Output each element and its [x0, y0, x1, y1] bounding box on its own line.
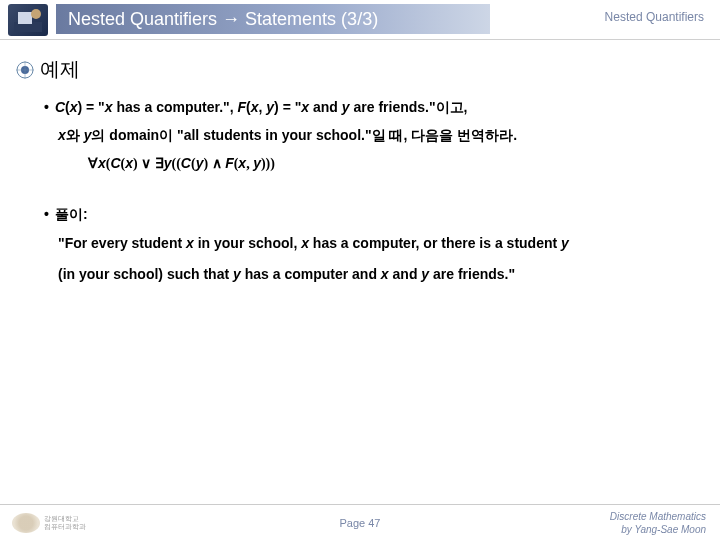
problem-statement: • C(x) = "x has a computer.", F(x, y) = …: [44, 93, 684, 172]
slide-header: Nested Quantifiers → Statements (3/3) Ne…: [0, 0, 720, 40]
svg-rect-1: [18, 12, 32, 24]
bullet-dot-icon: •: [44, 200, 49, 228]
section-label: Nested Quantifiers: [605, 10, 704, 24]
solution-label: 풀이:: [55, 200, 88, 228]
solution-text: "For every student x in your school, x h…: [58, 228, 684, 290]
slide-content: 예제 • C(x) = "x has a computer.", F(x, y)…: [0, 40, 720, 290]
slide-footer: 강원대학교컴퓨터과학과 Page 47 Discrete Mathematics…: [0, 504, 720, 540]
solution-block: • 풀이: "For every student x in your schoo…: [44, 200, 684, 290]
problem-line1: C(x) = "x has a computer.", F(x, y) = "x…: [55, 93, 468, 121]
svg-point-2: [31, 9, 41, 19]
header-logo-icon: [8, 4, 48, 36]
footer-credits: Discrete Mathematics by Yang-Sae Moon: [610, 510, 706, 536]
example-heading: 예제: [16, 56, 684, 83]
university-logo-icon: [12, 513, 40, 533]
page-number: Page 47: [340, 517, 381, 529]
university-name: 강원대학교컴퓨터과학과: [44, 515, 86, 530]
bullet-dot-icon: •: [44, 93, 49, 121]
problem-line2: x와 y의 domain이 "all students in your scho…: [58, 121, 517, 149]
logic-formula: ∀x(C(x) ∨ ∃y((C(y) ∧ F(x, y))): [88, 155, 684, 172]
slide-title: Nested Quantifiers → Statements (3/3): [56, 4, 490, 34]
bullet-marker-icon: [16, 61, 34, 79]
example-title-text: 예제: [40, 56, 80, 83]
